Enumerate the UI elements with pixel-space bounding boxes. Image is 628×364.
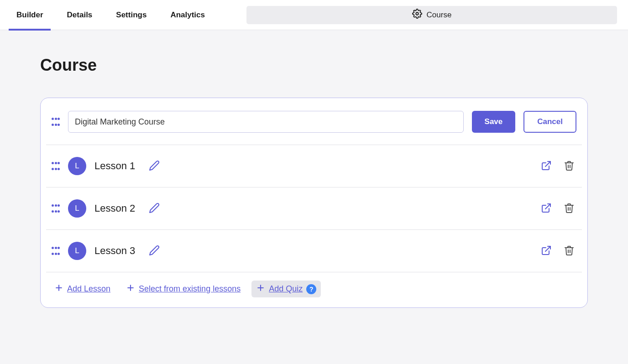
external-link-icon bbox=[541, 160, 552, 172]
select-existing-label: Select from existing lessons bbox=[139, 284, 241, 294]
trash-icon bbox=[564, 245, 575, 257]
lesson-row: L Lesson 3 bbox=[46, 230, 582, 272]
edit-lesson-button[interactable] bbox=[147, 243, 162, 259]
add-lesson-label: Add Lesson bbox=[67, 284, 110, 294]
tab-label: Analytics bbox=[170, 10, 205, 20]
lesson-avatar: L bbox=[68, 242, 86, 260]
select-existing-lessons-link[interactable]: Select from existing lessons bbox=[121, 281, 245, 297]
external-link-icon bbox=[541, 203, 552, 215]
trash-icon bbox=[564, 160, 575, 172]
open-lesson-button[interactable] bbox=[539, 201, 554, 217]
drag-handle-icon[interactable] bbox=[52, 204, 60, 213]
plus-icon bbox=[126, 283, 135, 295]
lesson-avatar: L bbox=[68, 199, 86, 218]
footer-actions: Add Lesson Select from existing lessons … bbox=[46, 272, 582, 300]
course-title-input[interactable] bbox=[68, 111, 464, 133]
save-button[interactable]: Save bbox=[472, 111, 516, 133]
plus-icon bbox=[54, 283, 63, 295]
top-nav: Builder Details Settings Analytics Cours… bbox=[0, 0, 628, 30]
lesson-title: Lesson 3 bbox=[94, 245, 135, 257]
delete-lesson-button[interactable] bbox=[562, 158, 576, 174]
course-title-row: Save Cancel bbox=[46, 111, 582, 140]
tab-label: Builder bbox=[16, 10, 43, 20]
tab-builder[interactable]: Builder bbox=[5, 0, 55, 30]
tab-settings[interactable]: Settings bbox=[104, 0, 158, 30]
external-link-icon bbox=[541, 245, 552, 257]
add-lesson-link[interactable]: Add Lesson bbox=[50, 281, 115, 297]
help-icon[interactable]: ? bbox=[306, 284, 316, 294]
open-lesson-button[interactable] bbox=[539, 243, 554, 259]
edit-lesson-button[interactable] bbox=[147, 158, 162, 174]
drag-handle-icon[interactable] bbox=[52, 118, 60, 126]
lesson-title: Lesson 1 bbox=[94, 160, 135, 172]
delete-lesson-button[interactable] bbox=[562, 243, 576, 259]
pencil-icon bbox=[149, 203, 160, 215]
plus-icon bbox=[256, 283, 265, 295]
tab-analytics[interactable]: Analytics bbox=[158, 0, 217, 30]
gear-icon bbox=[412, 9, 422, 21]
lesson-row: L Lesson 1 bbox=[46, 145, 582, 187]
lesson-avatar: L bbox=[68, 157, 86, 175]
main-tabs: Builder Details Settings Analytics bbox=[5, 0, 217, 30]
lesson-row: L Lesson 2 bbox=[46, 187, 582, 230]
drag-handle-icon[interactable] bbox=[52, 247, 60, 255]
tab-label: Details bbox=[67, 10, 93, 20]
course-card: Save Cancel L Lesson 1 L Lesson 2 bbox=[40, 98, 588, 308]
svg-line-1 bbox=[545, 161, 550, 166]
main-content: Course Save Cancel L Lesson 1 bbox=[31, 56, 597, 335]
delete-lesson-button[interactable] bbox=[562, 201, 576, 217]
page-title: Course bbox=[40, 56, 588, 75]
tab-label: Settings bbox=[116, 10, 147, 20]
drag-handle-icon[interactable] bbox=[52, 162, 60, 170]
add-quiz-label: Add Quiz bbox=[269, 284, 303, 294]
course-dropdown[interactable]: Course bbox=[246, 6, 617, 24]
trash-icon bbox=[564, 203, 575, 215]
svg-line-2 bbox=[545, 204, 550, 209]
svg-point-0 bbox=[416, 12, 419, 15]
course-dropdown-label: Course bbox=[427, 10, 452, 20]
pencil-icon bbox=[149, 160, 160, 172]
add-quiz-link[interactable]: Add Quiz ? bbox=[251, 281, 321, 297]
lesson-title: Lesson 2 bbox=[94, 203, 135, 214]
tab-details[interactable]: Details bbox=[55, 0, 105, 30]
cancel-button[interactable]: Cancel bbox=[523, 111, 576, 133]
edit-lesson-button[interactable] bbox=[147, 201, 162, 217]
svg-line-3 bbox=[545, 246, 550, 251]
open-lesson-button[interactable] bbox=[539, 158, 554, 174]
pencil-icon bbox=[149, 245, 160, 257]
